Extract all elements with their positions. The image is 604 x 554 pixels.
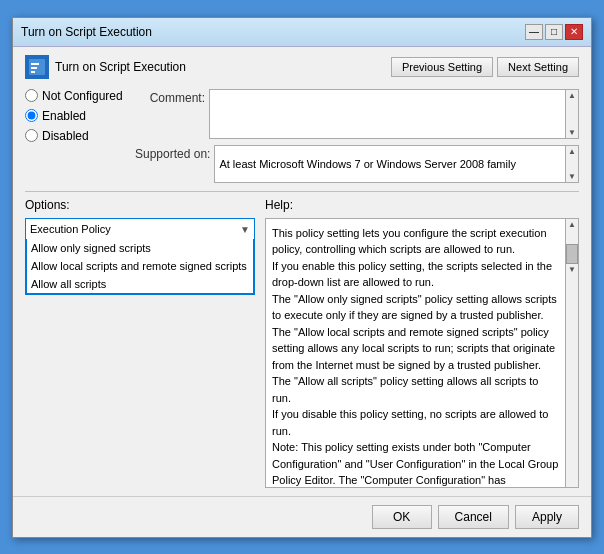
help-scroll-container: This policy setting lets you configure t… xyxy=(265,218,579,488)
policy-svg-icon xyxy=(27,57,47,77)
next-setting-button[interactable]: Next Setting xyxy=(497,57,579,77)
options-column: Options: Execution Policy ▼ Allow only s… xyxy=(25,198,255,488)
dropdown-item-1[interactable]: Allow only signed scripts xyxy=(27,239,253,257)
right-section: Comment: ▲ ▼ Supported on: At least Micr… xyxy=(135,89,579,183)
previous-setting-button[interactable]: Previous Setting xyxy=(391,57,493,77)
dropdown-item-3[interactable]: Allow all scripts xyxy=(27,275,253,293)
maximize-button[interactable]: □ xyxy=(545,24,563,40)
help-scrollbar-thumb[interactable] xyxy=(566,244,578,264)
enabled-option[interactable]: Enabled xyxy=(25,109,125,123)
ok-button[interactable]: OK xyxy=(372,505,432,529)
comment-label: Comment: xyxy=(135,89,205,105)
comment-input-container: ▲ ▼ xyxy=(209,89,579,139)
supported-scroll-down[interactable]: ▼ xyxy=(567,171,577,182)
header-row: Turn on Script Execution Previous Settin… xyxy=(25,55,579,79)
help-para-1: This policy setting lets you configure t… xyxy=(272,225,559,258)
close-button[interactable]: ✕ xyxy=(565,24,583,40)
dropdown-list: Allow only signed scripts Allow local sc… xyxy=(26,239,254,294)
help-para-6: If you disable this policy setting, no s… xyxy=(272,406,559,439)
disabled-label: Disabled xyxy=(42,129,89,143)
supported-label: Supported on: xyxy=(135,145,210,161)
dropdown-arrow-icon: ▼ xyxy=(240,223,250,234)
help-scroll-up-arrow[interactable]: ▲ xyxy=(567,219,577,230)
execution-policy-dropdown[interactable]: Execution Policy ▼ Allow only signed scr… xyxy=(25,218,255,295)
help-para-2: If you enable this policy setting, the s… xyxy=(272,258,559,291)
svg-rect-3 xyxy=(31,71,35,73)
enabled-radio[interactable] xyxy=(25,109,38,122)
window-title: Turn on Script Execution xyxy=(21,25,152,39)
dialog-content: Turn on Script Execution Previous Settin… xyxy=(13,47,591,496)
scroll-down-arrow[interactable]: ▼ xyxy=(567,127,577,138)
supported-container: At least Microsoft Windows 7 or Windows … xyxy=(214,145,579,183)
comment-row: Comment: ▲ ▼ xyxy=(135,89,579,139)
options-help-row: Options: Execution Policy ▼ Allow only s… xyxy=(25,198,579,488)
cancel-button[interactable]: Cancel xyxy=(438,505,509,529)
title-controls: — □ ✕ xyxy=(525,24,583,40)
help-para-5: The "Allow all scripts" policy setting a… xyxy=(272,373,559,406)
help-text-content: This policy setting lets you configure t… xyxy=(265,218,565,488)
help-scrollbar: ▲ ▼ xyxy=(565,218,579,488)
enabled-label: Enabled xyxy=(42,109,86,123)
nav-buttons: Previous Setting Next Setting xyxy=(391,57,579,77)
dialog-title: Turn on Script Execution xyxy=(55,60,186,74)
dialog-footer: OK Cancel Apply xyxy=(13,496,591,537)
comment-scrollbar: ▲ ▼ xyxy=(565,89,579,139)
not-configured-label: Not Configured xyxy=(42,89,123,103)
supported-scrollbar: ▲ ▼ xyxy=(565,145,579,183)
supported-row: Supported on: At least Microsoft Windows… xyxy=(135,145,579,183)
svg-rect-2 xyxy=(31,67,37,69)
title-bar: Turn on Script Execution — □ ✕ xyxy=(13,18,591,47)
dropdown-selected-value[interactable]: Execution Policy ▼ xyxy=(26,219,254,239)
svg-rect-1 xyxy=(31,63,39,65)
help-para-7: Note: This policy setting exists under b… xyxy=(272,439,559,488)
help-label: Help: xyxy=(265,198,579,212)
comment-textarea[interactable] xyxy=(209,89,565,139)
not-configured-option[interactable]: Not Configured xyxy=(25,89,125,103)
policy-icon xyxy=(25,55,49,79)
minimize-button[interactable]: — xyxy=(525,24,543,40)
form-section: Not Configured Enabled Disabled Comment: xyxy=(25,89,579,183)
supported-scroll-up[interactable]: ▲ xyxy=(567,146,577,157)
scroll-up-arrow[interactable]: ▲ xyxy=(567,90,577,101)
disabled-option[interactable]: Disabled xyxy=(25,129,125,143)
dropdown-label: Execution Policy xyxy=(30,223,111,235)
apply-button[interactable]: Apply xyxy=(515,505,579,529)
divider xyxy=(25,191,579,192)
help-para-4: The "Allow local scripts and remote sign… xyxy=(272,324,559,374)
not-configured-radio[interactable] xyxy=(25,89,38,102)
disabled-radio[interactable] xyxy=(25,129,38,142)
supported-value: At least Microsoft Windows 7 or Windows … xyxy=(214,145,565,183)
help-scroll-down-arrow[interactable]: ▼ xyxy=(567,264,577,275)
header-left: Turn on Script Execution xyxy=(25,55,186,79)
main-window: Turn on Script Execution — □ ✕ Turn on S… xyxy=(12,17,592,538)
help-para-3: The "Allow only signed scripts" policy s… xyxy=(272,291,559,324)
options-label: Options: xyxy=(25,198,255,212)
dropdown-item-2[interactable]: Allow local scripts and remote signed sc… xyxy=(27,257,253,275)
radio-group: Not Configured Enabled Disabled xyxy=(25,89,125,183)
help-column: Help: This policy setting lets you confi… xyxy=(265,198,579,488)
